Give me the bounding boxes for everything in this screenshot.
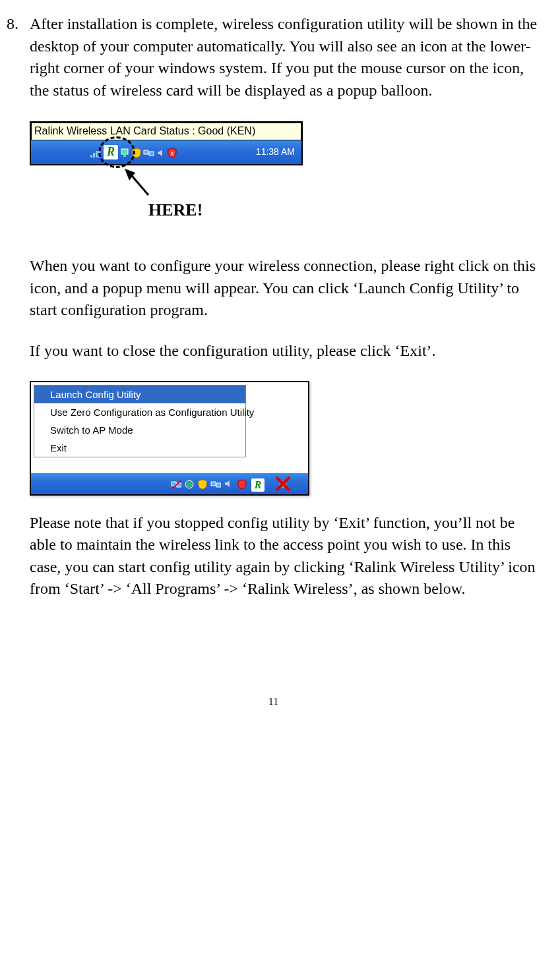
svg-rect-7 xyxy=(149,152,154,156)
paragraph-2: When you want to configure your wireless… xyxy=(30,255,540,322)
paragraph-1: After installation is complete, wireless… xyxy=(30,13,540,101)
svg-text:x: x xyxy=(171,150,174,157)
security-alert-icon: x xyxy=(167,141,177,163)
step-8: 8. After installation is complete, wirel… xyxy=(7,13,540,619)
tray-computers-icon xyxy=(209,473,222,495)
tray-network-disabled-icon xyxy=(170,473,183,495)
tooltip-taskbar-figure: Ralink Wireless LAN Card Status : Good (… xyxy=(30,121,540,222)
menu-item-launch-config[interactable]: Launch Config Utility xyxy=(34,386,245,403)
tooltip-taskbar-container: Ralink Wireless LAN Card Status : Good (… xyxy=(30,121,303,165)
tray-ralink-icon[interactable]: R xyxy=(251,473,264,495)
paragraph-3: If you want to close the configuration u… xyxy=(30,340,540,362)
red-x-annotation xyxy=(274,475,292,499)
svg-rect-16 xyxy=(216,483,221,487)
svg-rect-2 xyxy=(96,151,98,158)
svg-rect-0 xyxy=(90,155,92,158)
menu-item-zero-config[interactable]: Use Zero Configuration as Configuration … xyxy=(34,403,245,421)
here-label: HERE! xyxy=(148,198,540,222)
menu-item-exit[interactable]: Exit xyxy=(34,439,245,457)
svg-rect-15 xyxy=(211,482,216,486)
volume-icon xyxy=(156,141,166,163)
tray-shield-icon xyxy=(196,473,209,495)
windows-taskbar-2: R xyxy=(31,473,308,494)
svg-point-14 xyxy=(185,480,193,488)
network-computers-icon xyxy=(143,141,155,163)
svg-rect-6 xyxy=(144,150,148,154)
paragraph-4: Please note that if you stopped config u… xyxy=(30,512,540,600)
step-number: 8. xyxy=(7,13,30,36)
menu-item-ap-mode[interactable]: Switch to AP Mode xyxy=(34,421,245,439)
svg-rect-1 xyxy=(93,153,95,158)
highlight-circle xyxy=(98,136,135,168)
step-content: After installation is complete, wireless… xyxy=(30,13,540,619)
tray-volume-icon xyxy=(222,473,235,495)
tray-security-alert-icon xyxy=(235,473,249,495)
context-menu: Launch Config Utility Use Zero Configura… xyxy=(34,385,246,457)
windows-taskbar: R x xyxy=(31,140,301,164)
tooltip-status-text: Ralink Wireless LAN Card Status : Good (… xyxy=(31,123,301,140)
taskbar-clock: 11:38 AM xyxy=(256,146,301,159)
page-number: 11 xyxy=(7,695,540,709)
context-menu-figure: Launch Config Utility Use Zero Configura… xyxy=(30,381,309,496)
arrow-icon xyxy=(122,169,162,202)
arrow-annotation: HERE! xyxy=(115,169,540,222)
tray-globe-icon xyxy=(183,473,196,495)
